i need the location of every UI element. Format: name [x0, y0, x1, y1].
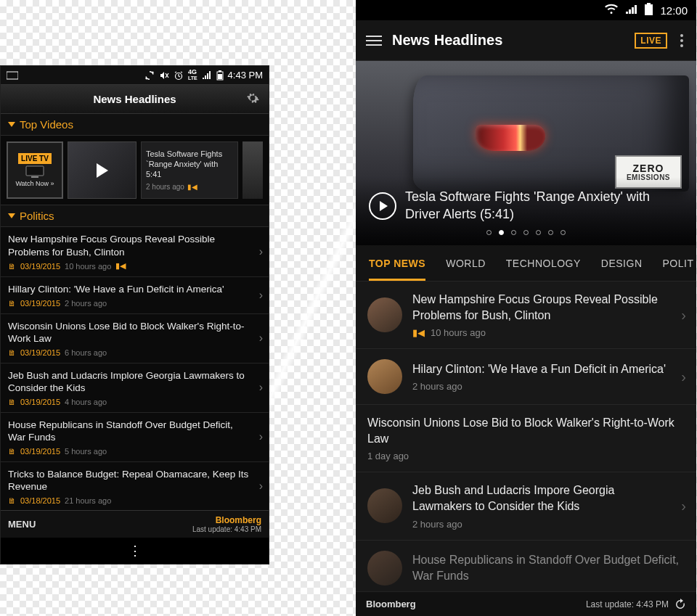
mute-icon — [159, 70, 169, 81]
headline: New Hampshire Focus Groups Reveal Possib… — [8, 233, 250, 258]
list-item[interactable]: Tricks to Balance Budget: Repeal Obamaca… — [1, 462, 269, 510]
chevron-right-icon: › — [259, 245, 263, 258]
footer-bar: Bloomberg Last update: 4:43 PM — [356, 591, 696, 616]
section-politics[interactable]: Politics — [1, 205, 269, 227]
tab-world[interactable]: WORLD — [446, 246, 486, 281]
list-item[interactable]: New Hampshire Focus Groups Reveal Possib… — [356, 282, 696, 349]
tab-politics[interactable]: POLIT — [663, 246, 694, 281]
section-label: Top Videos — [20, 118, 73, 131]
story-thumb — [367, 359, 402, 394]
article-list: New Hampshire Focus Groups Reveal Possib… — [356, 282, 696, 591]
list-item[interactable]: Hillary Clinton: 'We Have a Fun Deficit … — [1, 277, 269, 314]
ago: 21 hours ago — [65, 496, 111, 505]
section-top-videos[interactable]: Top Videos — [1, 114, 269, 136]
title-bar: News Headlines — [1, 85, 269, 114]
disclosure-icon — [8, 122, 15, 127]
svg-rect-0 — [7, 72, 18, 79]
svg-rect-4 — [218, 74, 222, 79]
wifi-icon — [604, 4, 619, 17]
date: 03/19/2015 — [20, 299, 60, 308]
screen-title: News Headlines — [93, 93, 176, 105]
live-tv-badge: LIVE TV — [18, 153, 52, 164]
last-update: Last update: 4:43 PM — [192, 525, 261, 533]
overflow-button[interactable] — [677, 34, 686, 47]
headline: House Republicans in Standoff Over Budge… — [412, 552, 686, 583]
headline: Hilary Clinton: 'We Have a Fun Deficit i… — [412, 361, 671, 377]
video-title: Tesla Software Fights `Range Anxiety' wi… — [146, 149, 233, 179]
tab-top-news[interactable]: TOP NEWS — [369, 246, 425, 281]
tab-design[interactable]: DESIGN — [601, 246, 643, 281]
plate-line-1: ZERO — [633, 163, 664, 173]
brand-label: Bloomberg — [366, 599, 416, 609]
menu-button[interactable] — [366, 36, 382, 46]
svg-rect-8 — [647, 3, 651, 4]
list-item[interactable]: Hilary Clinton: 'We Have a Fun Deficit i… — [356, 349, 696, 405]
carousel-pager[interactable] — [486, 230, 566, 237]
ago: 1 day ago — [367, 451, 409, 461]
list-item[interactable]: Jeb Bush and Ludacris Impore Georgia Law… — [356, 472, 696, 540]
menu-button[interactable]: MENU — [8, 519, 36, 530]
headline: New Hampshire Focus Groups Reveal Possib… — [412, 292, 671, 323]
list-item[interactable]: House Republicans in Standoff Over Budge… — [356, 541, 696, 591]
chevron-right-icon: › — [259, 430, 263, 443]
headline: Hillary Clinton: 'We Have a Fun Deficit … — [8, 283, 250, 296]
list-item[interactable]: Jeb Bush and Ludacris Implore Georgia La… — [1, 364, 269, 413]
doc-icon: 🗎 — [8, 262, 16, 271]
settings-button[interactable] — [245, 91, 260, 107]
play-icon — [97, 163, 108, 178]
nav-overflow[interactable]: ⋮ — [1, 538, 269, 564]
chevron-right-icon: › — [681, 307, 686, 324]
network-4g-icon: 4GLTE — [188, 69, 197, 81]
headline: Wisconsin Unions Lose Bid to Block Walke… — [367, 415, 686, 446]
ago: 10 hours ago — [431, 327, 486, 338]
svg-rect-6 — [31, 176, 38, 178]
ago: 10 hours ago — [65, 262, 111, 271]
story-thumb — [367, 297, 402, 332]
old-app-screen: 4GLTE 4:43 PM News Headlines Top Videos … — [0, 65, 269, 564]
story-thumb — [367, 551, 402, 586]
video-ago: 2 hours ago — [146, 183, 184, 191]
brand-label: Bloomberg — [192, 515, 261, 525]
play-button[interactable] — [369, 192, 396, 220]
chevron-right-icon: › — [259, 381, 263, 394]
tv-icon — [25, 165, 45, 178]
category-tabs: TOP NEWS WORLD TECHNOLOGY DESIGN POLIT — [356, 245, 696, 282]
list-item[interactable]: Wisconsin Unions Lose Bid to Block Walke… — [1, 314, 269, 364]
chevron-right-icon: › — [259, 332, 263, 345]
live-button[interactable]: LIVE — [635, 33, 667, 49]
live-tv-card[interactable]: LIVE TV Watch Now » — [7, 141, 63, 199]
signal-icon — [626, 4, 637, 17]
chevron-right-icon: › — [681, 369, 686, 385]
section-label: Politics — [20, 210, 54, 222]
doc-icon: 🗎 — [8, 496, 16, 505]
video-thumb-2[interactable]: Tesla Software Fights `Range Anxiety' wi… — [141, 141, 238, 199]
chevron-right-icon: › — [681, 498, 686, 514]
status-bar: 12:00 — [356, 0, 696, 20]
hero-overlay: Tesla Software Fights 'Range Anxiety' wi… — [356, 177, 696, 245]
headline: House Republicans in Standoff Over Budge… — [8, 419, 250, 444]
refresh-button[interactable] — [674, 599, 686, 610]
svg-rect-7 — [645, 4, 653, 15]
list-item[interactable]: Wisconsin Unions Lose Bid to Block Walke… — [356, 405, 696, 472]
camera-icon: ▮◀ — [187, 183, 197, 191]
camera-icon: ▮◀ — [115, 261, 126, 271]
video-thumb-3[interactable] — [242, 141, 263, 199]
ago: 2 hours ago — [412, 381, 462, 392]
ago: 6 hours ago — [65, 348, 107, 357]
svg-rect-3 — [219, 70, 221, 72]
watch-now-label: Watch Now » — [15, 180, 54, 187]
notification-icon — [7, 71, 18, 80]
tab-technology[interactable]: TECHNOLOGY — [506, 246, 581, 281]
list-item[interactable]: New Hampshire Focus Groups Reveal Possib… — [1, 227, 269, 277]
doc-icon: 🗎 — [8, 299, 16, 308]
list-item[interactable]: House Republicans in Standoff Over Budge… — [1, 413, 269, 462]
disclosure-icon — [8, 213, 15, 218]
footer-bar: MENU Bloomberg Last update: 4:43 PM — [1, 510, 269, 538]
clock-text: 12:00 — [660, 4, 688, 17]
battery-icon — [645, 3, 653, 17]
last-update: Last update: 4:43 PM — [586, 599, 669, 609]
hero-carousel[interactable]: ZERO EMISSIONS Tesla Software Fights 'Ra… — [356, 61, 696, 245]
video-thumb-1[interactable] — [68, 141, 136, 199]
hero-caption: Tesla Software Fights 'Range Anxiety' wi… — [405, 189, 683, 223]
headline: Jeb Bush and Ludacris Implore Georgia La… — [8, 369, 250, 395]
